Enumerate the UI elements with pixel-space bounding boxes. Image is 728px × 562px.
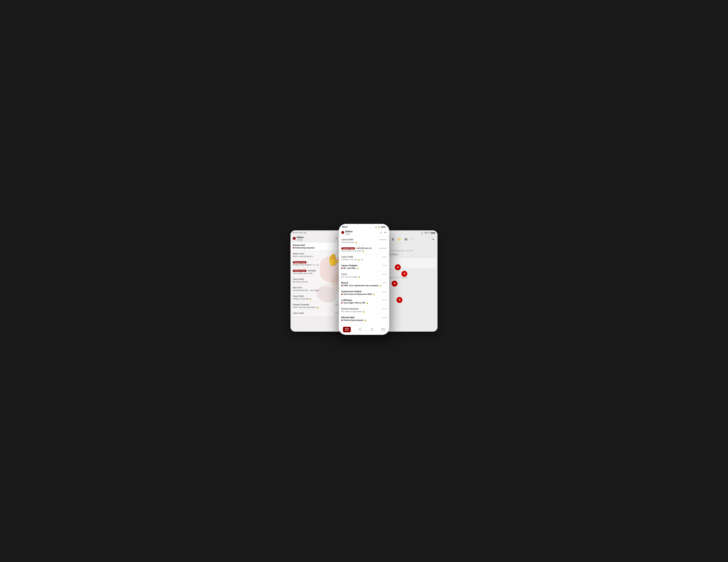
phone-date-6: Jun 4 [382,282,387,284]
email-body-1: encrypts all your [382,253,438,257]
phone-email-1[interactable]: Carol Smith yesterday Phishing Email 🔒 [339,237,389,245]
phone-sender-2: Tutanota Team hello@tutao.de [341,247,372,249]
compose-button-right[interactable]: ✏ [430,237,436,242]
email-spacer-1 [383,258,436,268]
email-item-left-7[interactable]: Carol Smith 16 Oc Privacy & Security 🔒 [290,293,346,302]
phone-sender-3: Carol Smith [341,256,353,258]
subject-left-6: Personal Security – also digita [293,289,344,291]
toolbar-right: → 🗑 📁 ··· ✏ [382,235,438,244]
timestamp-1: Thu, 24 Nov 2022 · 10:15 am [390,250,413,252]
phone-sender-1: Carol Smith [341,238,353,241]
phone-date-3: Jun 5 [382,256,387,258]
phone-email-4[interactable]: Jason Chaplen Jun 5 Re: Job Offer 🔒 [339,263,389,271]
email-item-left-3[interactable]: Tutanota Team Privacy Fans Rejoice! / s.… [290,259,346,268]
tag-pill-left-4: Tutanota Team [293,270,306,272]
battery-icon-phone: 🔋 [378,226,380,228]
subject-left-2: Alice, is your job post s [293,255,344,257]
email-item-left-2[interactable]: Steph Cohn Alice, is your job post s [290,251,346,259]
email-item-left-1[interactable]: Michael Bell 3 Ju Partnership proposal [290,242,346,251]
inbox-title-phone: Inbox [345,230,353,233]
more-dots-1[interactable]: ··· [382,244,438,248]
phone-email-2[interactable]: Tutanota Team hello@tutao.de yesterday Y… [339,245,389,254]
tab-mail[interactable] [343,327,351,332]
phone-date-4: Jun 5 [382,264,387,266]
tab-contacts[interactable] [370,328,374,331]
phone-subject-10: Partnership proposal 🔒 [341,319,387,321]
subject-left-1: Partnership proposal [293,247,344,249]
email-meta-1: 🔒 📨 Thu, 24 Nov 2022 · 10:15 am [382,248,438,253]
email-item-left-9[interactable]: Carol Smith 18 Oct 202 [290,310,346,316]
email-meta-2: 🔒 ✈ Mon 13 Feb · 11:43 am [382,275,438,280]
scene: ✋ 07:37 Fri 16. Jun 1 Inbox Online ≡ ⊙ M… [290,224,438,338]
compose-icon-phone[interactable]: ✏ [384,231,387,234]
status-bar-right: ▲ 100 % ▮▮▮▮ [382,230,438,235]
phone-subject-5: Re: Annual budget 🔒 [341,276,387,278]
header-left: 1 Inbox Online ≡ ⊙ [290,235,346,242]
phone-email-3[interactable]: Carol Smith Jun 5 Invitation: Kick-off 🔒… [339,254,389,263]
tag-pill-left-3: Tutanota Team [293,261,306,263]
phone-sender-5: Carol [341,273,347,275]
svg-point-1 [359,328,361,330]
hide-button[interactable] [403,237,409,242]
email-item-left-4[interactable]: Tutanota Team hello@tu Your emails, your… [290,268,346,276]
battery-pct-right: 100 % [424,232,430,234]
more-dots-2[interactable]: ··· [382,269,438,274]
subject-left-8: Cyber Security Importance 🔒 [293,306,344,308]
day-left: Fri 16. Jun [298,232,306,234]
phone-sender-7: Gamescom Global [341,290,361,293]
delete-button[interactable]: 🗑 [390,237,396,242]
wifi-icon-right: ▲ [421,232,423,234]
tablet-right: ▲ 100 % ▮▮▮▮ → 🗑 📁 ··· ✏ ··· 🔒 📨 [382,230,438,332]
phone-subject-4: Re: Job Offer 🔒 [341,267,387,269]
phone-email-9[interactable]: Richard McEwan Jun 4 Re: Need to resched… [339,306,389,314]
timestamp-2: Mon 13 Feb · 11:43 am [389,277,408,279]
battery-bar-right: ▮▮▮▮ [431,232,435,234]
phone-date-2: yesterday [379,247,387,249]
status-right-phone: ▲ 🔋 100% [375,226,386,228]
status-bar-phone: 08:07 ▲ 🔋 100% [339,224,389,229]
subject-left-7: Privacy & Security 🔒 [293,298,344,300]
tab-search[interactable] [359,328,362,331]
sender-left-4: Tutanota Team hello@tu [293,269,316,272]
phone-sender-4: Jason Chaplen [341,264,358,267]
status-bar-left: 07:37 Fri 16. Jun [290,230,346,235]
subject-left-3: Privacy Fans Rejoice! / s.u. fü [293,264,344,266]
tablet-left: 07:37 Fri 16. Jun 1 Inbox Online ≡ ⊙ Mic… [290,230,346,332]
tab-calendar[interactable] [381,328,385,331]
subject-left-5: My Secure Email [293,281,344,283]
phone-sender-8: Lufthansa [341,299,352,301]
time-phone: 08:07 [342,226,348,228]
email-item-left-6[interactable]: Nick Freh Personal Security – also digit… [290,285,346,293]
online-status-phone: Online [345,233,353,235]
time-left: 07:37 [293,232,297,234]
header-phone: 1 Inbox Online ☺ ✏ [339,229,389,237]
phone-date-8: Jun 4 [382,299,387,301]
phone-date-9: Jun 4 [382,308,387,310]
wifi-icon-phone: ▲ [375,226,377,228]
emoji-icon-phone[interactable]: ☺ [380,231,383,234]
email-item-left-8[interactable]: Edward Snowden 18 Oct 202 Cyber Security… [290,302,346,310]
sender-left-5: Carol Smith [293,278,304,280]
phone-subject-9: Re: Need to reschedule 🔒 [341,310,387,313]
email-list-left: Michael Bell 3 Ju Partnership proposal S… [290,242,346,316]
email-item-left-5[interactable]: Carol Smith My Secure Email [290,276,346,285]
svg-rect-4 [382,328,385,331]
phone-email-8[interactable]: Lufthansa Jun 4 Your Flight: FRA to JFK … [339,297,389,306]
phone-subject-6: FWD: Your submission was accepted. 🔒 [341,284,387,287]
folder-button[interactable]: 📁 [397,237,402,242]
phone-email-7[interactable]: Gamescom Global Jun 4 Your invite to Gam… [339,289,389,297]
more-button[interactable]: ··· [410,237,415,242]
phone-email-5[interactable]: Carol Jun 4 Re: Annual budget 🔒 [339,271,389,280]
phone-email-6[interactable]: Bernd Jun 4 FWD: Your submission was acc… [339,280,389,289]
phone-subject-3: Invitation: Kick-off 🔒 📎 [341,258,387,261]
phone-email-10[interactable]: Michael Bell Jun 4 Partnership proposal … [339,314,389,323]
sender-left-9: Carol Smith [293,312,304,314]
phone-sender-6: Bernd [341,281,348,284]
battery-pct-phone: 100% [381,226,386,228]
filter-icon[interactable]: ≡ [334,236,339,241]
phone-sender-9: Richard McEwan [341,307,359,310]
phone-sender-10: Michael Bell [341,316,355,319]
phone-center: 08:07 ▲ 🔋 100% 1 Inbox Online ☺ ✏ [339,224,389,335]
inbox-badge-phone: 1 [341,231,344,234]
phone-subject-7: Your invite to Gamescom 2023 🔒 [341,293,387,295]
